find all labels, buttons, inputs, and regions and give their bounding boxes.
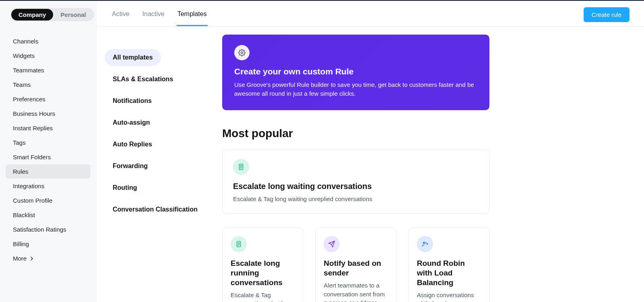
card-description: Escalate & Tag conversations that have b…	[231, 291, 295, 302]
scope-company[interactable]: Company	[11, 9, 53, 21]
sidebar-item-custom-profile[interactable]: Custom Profile	[6, 193, 91, 207]
custom-rule-hero[interactable]: Create your own custom Rule Use Groove's…	[222, 35, 489, 110]
category-forwarding[interactable]: Forwarding	[105, 158, 156, 175]
tab-active[interactable]: Active	[111, 8, 130, 26]
template-card-notify-sender[interactable]: Notify based on sender Alert teammates t…	[315, 228, 396, 302]
category-auto-assign[interactable]: Auto-assign	[105, 114, 158, 131]
topbar: Active Inactive Templates Create rule	[97, 1, 644, 27]
sidebar-item-tags[interactable]: Tags	[6, 136, 91, 150]
card-title: Escalate long running conversations	[231, 259, 295, 287]
sidebar-item-rules[interactable]: Rules	[6, 164, 91, 179]
card-title: Notify based on sender	[324, 259, 388, 278]
sidebar-item-instant-replies[interactable]: Instant Replies	[6, 121, 91, 135]
main: Active Inactive Templates Create rule Al…	[97, 1, 644, 302]
card-title: Round Robin with Load Balancing	[417, 259, 481, 287]
document-icon	[233, 159, 249, 175]
category-conversation-classification[interactable]: Conversation Classification	[105, 201, 206, 218]
template-card-escalate-running[interactable]: Escalate long running conversations Esca…	[222, 228, 303, 302]
template-card-grid: Escalate long running conversations Esca…	[222, 228, 489, 302]
category-slas-escalations[interactable]: SLAs & Escalations	[105, 71, 181, 88]
sidebar-item-smart-folders[interactable]: Smart Folders	[6, 150, 91, 164]
category-auto-replies[interactable]: Auto Replies	[105, 136, 160, 153]
sidebar-item-business-hours[interactable]: Business Hours	[6, 107, 91, 121]
document-icon	[231, 236, 247, 252]
template-card-round-robin[interactable]: Round Robin with Load Balancing Assign c…	[409, 228, 489, 302]
sidebar-item-more[interactable]: More	[6, 251, 91, 265]
sidebar-item-preferences[interactable]: Preferences	[6, 92, 91, 106]
card-description: Escalate & Tag long waiting unreplied co…	[233, 195, 479, 203]
tab-inactive[interactable]: Inactive	[142, 8, 165, 26]
hero-title: Create your own custom Rule	[234, 67, 477, 76]
svg-point-9	[423, 242, 425, 244]
card-description: Assign conversations while keeping workl…	[417, 291, 481, 302]
sidebar-item-teammates[interactable]: Teammates	[6, 63, 91, 77]
send-icon	[324, 236, 340, 252]
template-card-escalate-waiting[interactable]: Escalate long waiting conversations Esca…	[222, 150, 489, 214]
user-cycle-icon	[417, 236, 433, 252]
card-description: Alert teammates to a conversation sent f…	[324, 281, 388, 302]
category-all-templates[interactable]: All templates	[105, 49, 161, 66]
svg-point-0	[241, 52, 243, 54]
tabs: Active Inactive Templates	[111, 8, 208, 26]
sidebar: Company Personal Channels Widgets Teamma…	[0, 1, 97, 302]
sidebar-item-billing[interactable]: Billing	[6, 237, 91, 251]
sidebar-nav: Channels Widgets Teammates Teams Prefere…	[6, 34, 91, 265]
sidebar-item-satisfaction-ratings[interactable]: Satisfaction Ratings	[6, 222, 91, 236]
section-title-most-popular: Most popular	[222, 127, 620, 140]
sidebar-item-channels[interactable]: Channels	[6, 34, 91, 48]
templates-content: Create your own custom Rule Use Groove's…	[222, 27, 644, 302]
template-categories: All templates SLAs & Escalations Notific…	[97, 27, 222, 302]
gear-icon	[234, 45, 250, 60]
sidebar-item-widgets[interactable]: Widgets	[6, 49, 91, 63]
scope-personal[interactable]: Personal	[53, 9, 93, 21]
hero-description: Use Groove's powerful Rule builder to sa…	[234, 80, 477, 98]
tab-templates[interactable]: Templates	[177, 8, 208, 26]
chevron-right-icon	[30, 255, 34, 262]
scope-toggle: Company Personal	[10, 8, 94, 21]
card-title: Escalate long waiting conversations	[233, 181, 479, 191]
category-notifications[interactable]: Notifications	[105, 92, 160, 109]
sidebar-item-integrations[interactable]: Integrations	[6, 179, 91, 193]
category-routing[interactable]: Routing	[105, 179, 145, 196]
create-rule-button[interactable]: Create rule	[584, 7, 630, 22]
sidebar-item-teams[interactable]: Teams	[6, 78, 91, 92]
sidebar-item-blacklist[interactable]: Blacklist	[6, 208, 91, 222]
